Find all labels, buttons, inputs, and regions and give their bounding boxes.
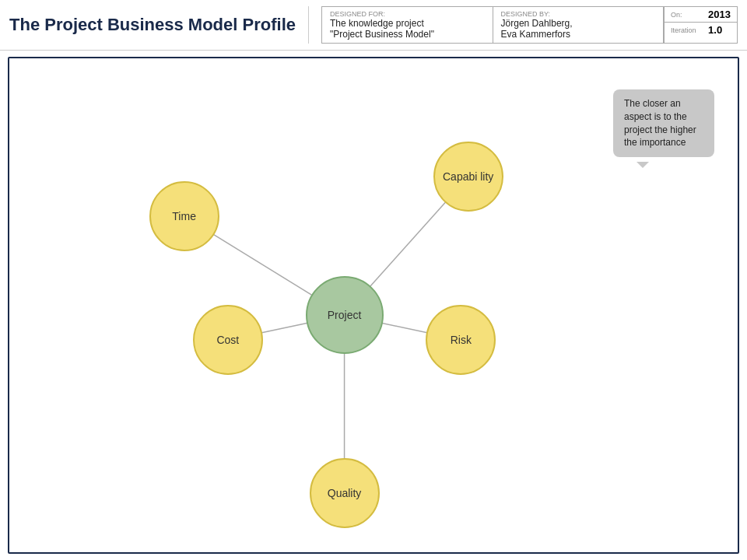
node-time-label: Time <box>172 210 196 222</box>
node-risk[interactable]: Risk <box>426 305 496 375</box>
iteration-row: Iteration 1.0 <box>665 23 737 37</box>
node-project[interactable]: Project <box>306 276 384 354</box>
on-row: On: 2013 <box>665 7 737 23</box>
designed-for-line1: The knowledge project <box>330 18 485 29</box>
node-quality[interactable]: Quality <box>310 458 380 528</box>
node-quality-label: Quality <box>328 487 362 499</box>
node-capability[interactable]: Capabi lity <box>433 142 503 212</box>
designed-for-label: Designed for: <box>330 10 485 18</box>
designed-by-line1: Jörgen Dahlberg, <box>501 18 656 29</box>
designed-for-line2: "Project Business Model" <box>330 29 485 40</box>
page: The Project Business Model Profile Desig… <box>0 0 747 560</box>
tooltip-bubble: The closer an aspect is to the project t… <box>613 89 714 157</box>
header-meta: Designed for: The knowledge project "Pro… <box>321 6 738 44</box>
diagram-canvas: The closer an aspect is to the project t… <box>8 57 739 554</box>
on-label: On: <box>671 11 702 19</box>
node-time[interactable]: Time <box>149 181 219 251</box>
node-capability-label: Capabi lity <box>443 170 493 183</box>
node-cost[interactable]: Cost <box>193 305 263 375</box>
designed-by-box: Designed by: Jörgen Dahlberg, Eva Kammer… <box>493 6 665 44</box>
node-project-label: Project <box>328 309 362 321</box>
tooltip-text: The closer an aspect is to the project t… <box>624 98 696 148</box>
designed-by-line2: Eva Kammerfors <box>501 29 656 40</box>
designed-for-box: Designed for: The knowledge project "Pro… <box>321 6 493 44</box>
designed-by-label: Designed by: <box>501 10 656 18</box>
header: The Project Business Model Profile Desig… <box>0 0 747 51</box>
iteration-label: Iteration <box>671 26 702 34</box>
iteration-value: 1.0 <box>708 24 722 36</box>
node-cost-label: Cost <box>216 334 239 346</box>
page-title: The Project Business Model Profile <box>9 6 309 44</box>
on-value: 2013 <box>708 9 731 20</box>
node-risk-label: Risk <box>451 334 472 346</box>
meta-on-iteration: On: 2013 Iteration 1.0 <box>664 6 738 44</box>
